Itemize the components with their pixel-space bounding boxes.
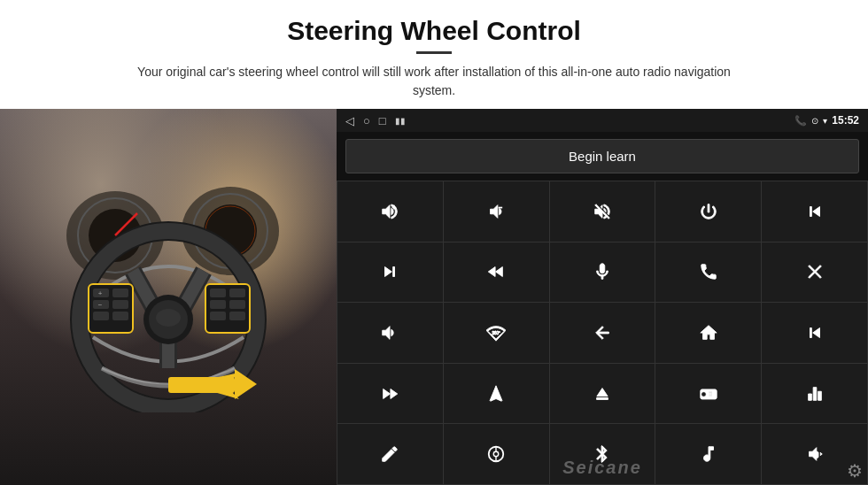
svg-rect-21	[112, 289, 128, 297]
steering-wheel-svg: + −	[44, 182, 292, 412]
svg-rect-32	[229, 300, 245, 309]
skip-forward-button[interactable]	[337, 242, 443, 303]
android-screen: ◁ ○ □ ▮▮ 📞 ⊙ ▾ 15:52 Begin learn	[337, 109, 868, 485]
begin-learn-row: Begin learn	[337, 132, 868, 181]
svg-text:+: +	[392, 204, 396, 212]
svg-rect-29	[210, 289, 226, 297]
phone-call-button[interactable]	[655, 242, 761, 303]
control-grid: + −	[337, 181, 868, 485]
svg-text:360°: 360°	[492, 331, 501, 335]
header-section: Steering Wheel Control Your original car…	[0, 0, 868, 109]
radio-button[interactable]	[655, 364, 761, 424]
signal-bars-icon: ▮▮	[395, 116, 406, 126]
svg-rect-23	[112, 300, 128, 309]
navigation-button[interactable]	[444, 364, 549, 424]
skip-prev-button[interactable]	[762, 303, 867, 363]
fast-forward-button[interactable]	[337, 364, 443, 424]
equalizer-button[interactable]	[762, 364, 867, 424]
horn-button[interactable]	[337, 303, 443, 363]
home-button[interactable]	[655, 303, 761, 363]
hang-up-button[interactable]	[762, 242, 867, 303]
svg-rect-36	[168, 377, 235, 393]
phone-status-icon: 📞	[794, 115, 807, 127]
microphone-button[interactable]	[550, 242, 655, 303]
wifi-status-icon: ▾	[823, 116, 827, 126]
page-wrapper: Steering Wheel Control Your original car…	[0, 0, 868, 485]
nav-recents-icon[interactable]: □	[379, 114, 386, 127]
svg-point-18	[156, 309, 181, 327]
clock-display: 15:52	[832, 114, 859, 127]
svg-rect-30	[229, 289, 245, 297]
car-photo: + −	[0, 109, 337, 485]
prev-track-button[interactable]	[762, 181, 867, 242]
svg-point-42	[493, 451, 499, 457]
status-right: 📞 ⊙ ▾ 15:52	[794, 114, 859, 127]
svg-rect-34	[229, 312, 245, 320]
360-view-button[interactable]: 360°	[444, 303, 549, 363]
bluetooth-button[interactable]	[550, 424, 655, 484]
content-row: + −	[0, 109, 868, 485]
eject-button[interactable]	[550, 364, 655, 424]
svg-rect-25	[112, 312, 128, 320]
svg-rect-33	[210, 312, 226, 320]
location-status-icon: ⊙	[811, 116, 818, 126]
svg-rect-31	[210, 300, 226, 309]
nav-back-icon[interactable]: ◁	[345, 114, 354, 127]
music-button[interactable]	[655, 424, 761, 484]
steering-control-button[interactable]	[444, 424, 549, 484]
fast-backward-button[interactable]	[444, 242, 549, 303]
steering-wheel-container: + −	[0, 109, 337, 485]
svg-text:−: −	[499, 204, 502, 212]
volume-down-button[interactable]: −	[444, 181, 549, 242]
volume-up-button[interactable]: +	[337, 181, 443, 242]
back-button[interactable]	[550, 303, 655, 363]
status-left: ◁ ○ □ ▮▮	[345, 114, 406, 127]
page-subtitle: Your original car's steering wheel contr…	[124, 63, 744, 100]
svg-rect-24	[93, 312, 109, 320]
svg-text:+: +	[98, 289, 103, 297]
power-button[interactable]	[655, 181, 761, 242]
pen-button[interactable]	[337, 424, 443, 484]
status-bar: ◁ ○ □ ▮▮ 📞 ⊙ ▾ 15:52	[337, 109, 868, 132]
nav-home-icon[interactable]: ○	[363, 114, 370, 127]
page-title: Steering Wheel Control	[53, 16, 815, 46]
title-divider	[416, 51, 452, 54]
settings-gear-icon[interactable]: ⚙	[847, 460, 863, 481]
begin-learn-button[interactable]: Begin learn	[345, 139, 859, 173]
svg-text:−: −	[98, 301, 103, 309]
mute-button[interactable]	[550, 181, 655, 242]
